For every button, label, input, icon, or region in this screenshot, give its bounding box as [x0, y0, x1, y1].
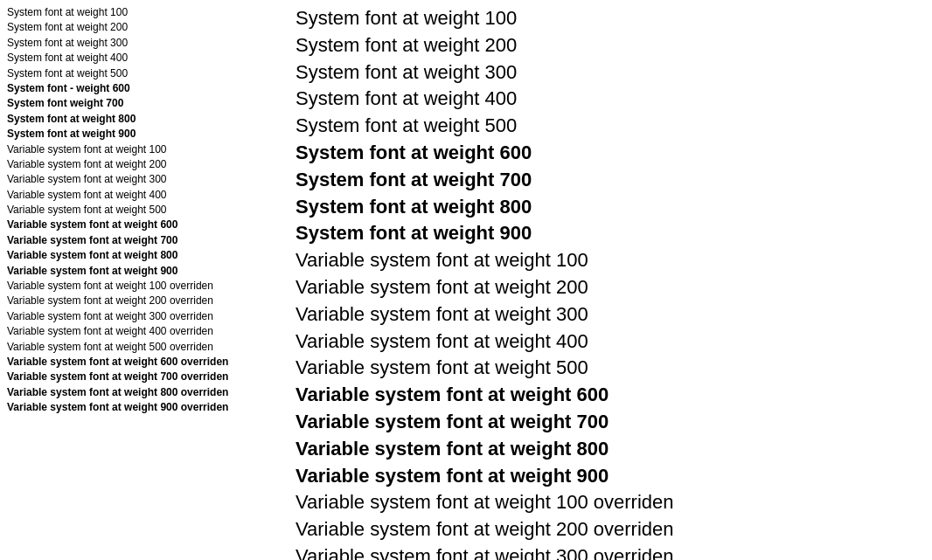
- left-variable-font-800: Variable system font at weight 800: [7, 248, 269, 263]
- right-system-font-500: System font at weight 500: [296, 113, 925, 140]
- left-variable-font-400: Variable system font at weight 400: [7, 188, 269, 203]
- right-column: System font at weight 100 System font at…: [287, 5, 925, 560]
- right-variable-font-300: Variable system font at weight 300: [296, 301, 925, 328]
- right-system-font-700: System font at weight 700: [296, 167, 925, 194]
- right-system-font-600: System font at weight 600: [296, 140, 925, 167]
- left-system-font-700: System font weight 700: [7, 96, 269, 111]
- left-variable-font-700: Variable system font at weight 700: [7, 233, 269, 248]
- left-system-font-500: System font at weight 500: [7, 66, 269, 81]
- right-variable-font-600: Variable system font at weight 600: [296, 382, 925, 409]
- right-variable-overriden-200: Variable system font at weight 200 overr…: [296, 516, 925, 543]
- left-system-font-100: System font at weight 100: [7, 5, 269, 20]
- left-variable-overriden-300: Variable system font at weight 300 overr…: [7, 309, 269, 324]
- left-variable-font-100: Variable system font at weight 100: [7, 142, 269, 157]
- left-system-font-300: System font at weight 300: [7, 36, 269, 51]
- right-variable-font-100: Variable system font at weight 100: [296, 247, 925, 274]
- left-system-font-800: System font at weight 800: [7, 112, 269, 127]
- left-variable-overriden-900: Variable system font at weight 900 overr…: [7, 400, 269, 415]
- right-system-font-400: System font at weight 400: [296, 86, 925, 113]
- right-variable-overriden-100: Variable system font at weight 100 overr…: [296, 489, 925, 516]
- left-variable-font-500: Variable system font at weight 500: [7, 203, 269, 218]
- right-variable-font-400: Variable system font at weight 400: [296, 328, 925, 356]
- right-variable-font-500: Variable system font at weight 500: [296, 355, 925, 382]
- right-system-font-300: System font at weight 300: [296, 59, 925, 86]
- left-variable-overriden-600: Variable system font at weight 600 overr…: [7, 355, 269, 370]
- left-variable-overriden-700: Variable system font at weight 700 overr…: [7, 370, 269, 384]
- left-variable-overriden-400: Variable system font at weight 400 overr…: [7, 324, 269, 339]
- right-system-font-900: System font at weight 900: [296, 220, 925, 247]
- left-system-font-200: System font at weight 200: [7, 20, 269, 35]
- left-variable-font-300: Variable system font at weight 300: [7, 172, 269, 187]
- right-system-font-200: System font at weight 200: [296, 32, 925, 59]
- left-variable-font-900: Variable system font at weight 900: [7, 264, 269, 279]
- right-variable-overriden-300: Variable system font at weight 300 overr…: [296, 543, 925, 560]
- right-variable-font-800: Variable system font at weight 800: [296, 436, 925, 463]
- right-system-font-100: System font at weight 100: [296, 5, 925, 32]
- left-variable-overriden-500: Variable system font at weight 500 overr…: [7, 340, 269, 355]
- left-variable-font-200: Variable system font at weight 200: [7, 157, 269, 172]
- right-variable-font-900: Variable system font at weight 900: [296, 463, 925, 490]
- left-system-font-600: System font - weight 600: [7, 81, 269, 96]
- right-variable-font-700: Variable system font at weight 700: [296, 409, 925, 436]
- left-system-font-400: System font at weight 400: [7, 51, 269, 66]
- left-variable-overriden-100: Variable system font at weight 100 overr…: [7, 279, 269, 294]
- left-system-font-900: System font at weight 900: [7, 127, 269, 142]
- left-variable-font-600: Variable system font at weight 600: [7, 218, 269, 232]
- right-variable-font-200: Variable system font at weight 200: [296, 274, 925, 301]
- right-system-font-800: System font at weight 800: [296, 194, 925, 221]
- left-column: System font at weight 100 System font at…: [7, 5, 287, 560]
- left-variable-overriden-800: Variable system font at weight 800 overr…: [7, 385, 269, 400]
- left-variable-overriden-200: Variable system font at weight 200 overr…: [7, 294, 269, 308]
